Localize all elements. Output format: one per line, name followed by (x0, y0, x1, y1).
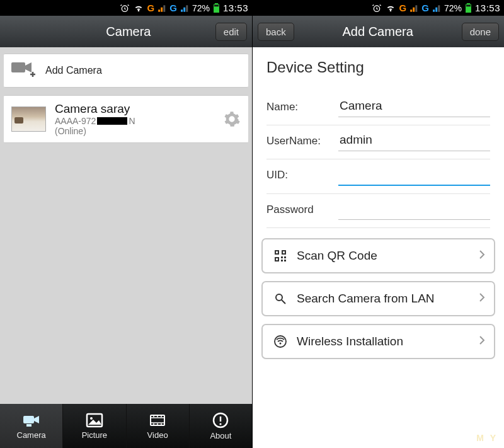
tab-camera[interactable]: Camera (0, 404, 62, 448)
add-camera-icon (11, 60, 37, 81)
status-bar: G G 72% 13:53 (253, 0, 504, 16)
camera-list-item[interactable]: Camera saray AAAA-972N (Online) (4, 95, 248, 143)
bottom-tabbar: Camera Picture Video About (0, 404, 252, 448)
tab-about[interactable]: About (189, 404, 252, 448)
signal-icon-1 (158, 4, 166, 13)
action-label: Search Camera from LAN (289, 292, 479, 306)
svg-rect-34 (284, 256, 286, 258)
battery-pct: 72% (192, 3, 210, 13)
username-input[interactable] (338, 130, 490, 151)
svg-rect-3 (214, 4, 219, 6)
page-title: Add Camera (294, 25, 462, 39)
about-icon (212, 411, 229, 429)
search-icon (272, 293, 289, 304)
svg-point-15 (157, 416, 158, 417)
username-label: UserName: (266, 135, 338, 147)
wifi-icon (385, 3, 396, 13)
svg-rect-36 (284, 260, 286, 261)
svg-rect-32 (276, 258, 278, 260)
camera-status: (Online) (55, 126, 214, 136)
camera-uid: AAAA-972N (55, 116, 214, 126)
battery-icon (465, 3, 472, 13)
right-screen: G G 72% 13:53 back Add Camera done Devic… (252, 0, 504, 448)
camera-thumbnail (11, 106, 46, 132)
clock-time: 13:53 (223, 3, 248, 13)
svg-rect-33 (281, 256, 283, 258)
camera-uid-prefix: AAAA-972 (55, 116, 96, 126)
camera-uid-suffix: N (129, 116, 135, 126)
password-label: Password (266, 204, 338, 216)
svg-point-10 (90, 417, 93, 420)
tab-label: Video (147, 430, 168, 440)
page-title: Camera (42, 25, 215, 39)
svg-rect-24 (467, 3, 470, 4)
svg-rect-31 (283, 251, 285, 253)
action-label: Scan QR Code (289, 249, 479, 263)
section-title: Device Setting (266, 59, 490, 76)
clock-time: 13:53 (475, 3, 500, 13)
tab-picture[interactable]: Picture (62, 404, 125, 448)
uid-label: UID: (266, 169, 338, 181)
svg-line-38 (282, 300, 285, 304)
svg-rect-35 (281, 260, 283, 261)
camera-info: Camera saray AAAA-972N (Online) (55, 102, 214, 136)
svg-point-39 (275, 336, 286, 347)
svg-rect-7 (23, 416, 34, 423)
chevron-right-icon (479, 292, 485, 305)
svg-point-40 (280, 343, 282, 345)
tab-label: Camera (17, 430, 46, 440)
camera-icon (22, 412, 41, 428)
signal-icon-1 (410, 4, 418, 13)
svg-point-14 (153, 416, 154, 417)
add-camera-row[interactable]: Add Camera (4, 54, 248, 88)
watermark: M Y (476, 433, 498, 443)
password-input[interactable] (338, 199, 490, 220)
action-scan-qr[interactable]: Scan QR Code (261, 238, 495, 273)
svg-point-18 (157, 423, 158, 425)
tab-label: About (210, 431, 231, 440)
name-input[interactable] (338, 96, 490, 117)
wireless-icon (272, 335, 289, 348)
video-icon (148, 412, 167, 428)
svg-point-17 (153, 423, 154, 425)
add-camera-label: Add Camera (45, 65, 102, 76)
redacted-block (97, 117, 127, 125)
status-bar: G G 72% 13:53 (0, 0, 252, 16)
signal-icon-2 (432, 4, 441, 13)
svg-rect-4 (11, 62, 25, 72)
qr-icon (272, 250, 289, 261)
network-g-1: G (399, 3, 407, 13)
action-label: Wireless Installation (289, 335, 479, 348)
network-g-2: G (421, 3, 429, 13)
wifi-icon (133, 3, 144, 13)
left-screen: G G 72% 13:53 Camera edit Add Camera Cam… (0, 0, 252, 448)
action-list: Scan QR Code Search Camera from LAN Wire… (253, 232, 504, 365)
alarm-icon (120, 3, 130, 13)
edit-button[interactable]: edit (215, 23, 247, 41)
tab-video[interactable]: Video (126, 404, 189, 448)
field-row-password: Password (266, 194, 490, 228)
field-row-username: UserName: (266, 125, 490, 159)
action-wireless-install[interactable]: Wireless Installation (261, 324, 495, 359)
name-label: Name: (266, 101, 338, 113)
camera-name: Camera saray (55, 102, 214, 116)
svg-point-22 (220, 423, 222, 425)
header: back Add Camera done (253, 16, 504, 47)
action-search-lan[interactable]: Search Camera from LAN (261, 281, 495, 316)
battery-pct: 72% (444, 3, 462, 13)
svg-rect-30 (276, 251, 278, 253)
field-row-uid: UID: (266, 159, 490, 194)
chevron-right-icon (479, 250, 485, 262)
svg-rect-8 (26, 424, 32, 427)
back-button[interactable]: back (258, 23, 294, 41)
battery-icon (213, 3, 220, 13)
gear-icon[interactable] (223, 110, 241, 128)
svg-point-16 (161, 416, 162, 417)
form-area: Device Setting Name: UserName: UID: Pass… (253, 47, 504, 232)
alarm-icon (372, 3, 382, 13)
svg-rect-1 (215, 3, 218, 4)
done-button[interactable]: done (462, 23, 499, 41)
uid-input[interactable] (338, 164, 490, 186)
picture-icon (85, 412, 104, 428)
svg-point-37 (276, 294, 282, 301)
